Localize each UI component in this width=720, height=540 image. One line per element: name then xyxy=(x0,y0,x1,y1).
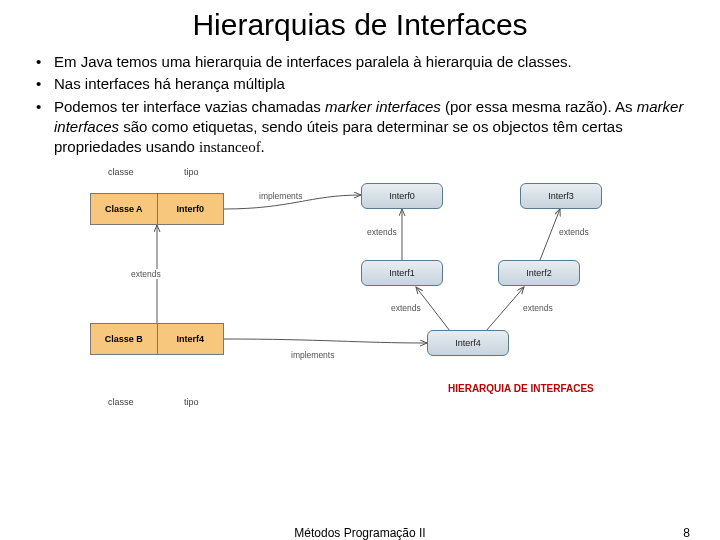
bullet-2: Nas interfaces há herança múltipla xyxy=(54,74,686,94)
col-label-tipo-bottom: tipo xyxy=(184,397,199,407)
bullet-3-part2: (por essa mesma razão). As xyxy=(441,98,637,115)
bullet-3: Podemos ter interface vazias chamadas ma… xyxy=(54,97,686,158)
bullet-3-instanceof: instanceof. xyxy=(199,139,264,155)
edge-extends-i2i4: extends xyxy=(522,303,554,313)
edge-implements-a: implements xyxy=(258,191,303,201)
bullet-list: Em Java temos uma hierarquia de interfac… xyxy=(0,52,720,157)
page-title: Hierarquias de Interfaces xyxy=(0,8,720,42)
class-a-name: Classe A xyxy=(91,194,158,224)
bullet-3-part3: são como etiquetas, sendo úteis para det… xyxy=(54,118,623,155)
diagram-caption: HIERARQUIA DE INTERFACES xyxy=(448,383,594,394)
col-label-tipo-top: tipo xyxy=(184,167,199,177)
node-interf1: Interf1 xyxy=(361,260,443,286)
node-interf4: Interf4 xyxy=(427,330,509,356)
class-b-tipo: Interf4 xyxy=(158,324,224,354)
bullet-3-part1: Podemos ter interface vazias chamadas xyxy=(54,98,325,115)
footer-center: Métodos Programação II xyxy=(294,526,425,540)
svg-line-2 xyxy=(540,209,560,260)
edge-implements-b: implements xyxy=(290,350,335,360)
edge-extends-left: extends xyxy=(130,269,162,279)
col-label-classe-top: classe xyxy=(108,167,134,177)
edge-extends-i1i4: extends xyxy=(390,303,422,313)
class-box-b: Classe B Interf4 xyxy=(90,323,224,355)
bullet-1: Em Java temos uma hierarquia de interfac… xyxy=(54,52,686,72)
node-interf3: Interf3 xyxy=(520,183,602,209)
node-interf2: Interf2 xyxy=(498,260,580,286)
diagram: classe tipo Classe A Interf0 extends Cla… xyxy=(90,165,630,425)
page-number: 8 xyxy=(683,526,690,540)
col-label-classe-bottom: classe xyxy=(108,397,134,407)
node-interf0: Interf0 xyxy=(361,183,443,209)
edge-extends-i0i1: extends xyxy=(366,227,398,237)
class-a-tipo: Interf0 xyxy=(158,194,224,224)
class-b-name: Classe B xyxy=(91,324,158,354)
bullet-3-marker1: marker interfaces xyxy=(325,98,441,115)
svg-line-4 xyxy=(486,287,524,331)
class-box-a: Classe A Interf0 xyxy=(90,193,224,225)
edge-extends-i3i2: extends xyxy=(558,227,590,237)
